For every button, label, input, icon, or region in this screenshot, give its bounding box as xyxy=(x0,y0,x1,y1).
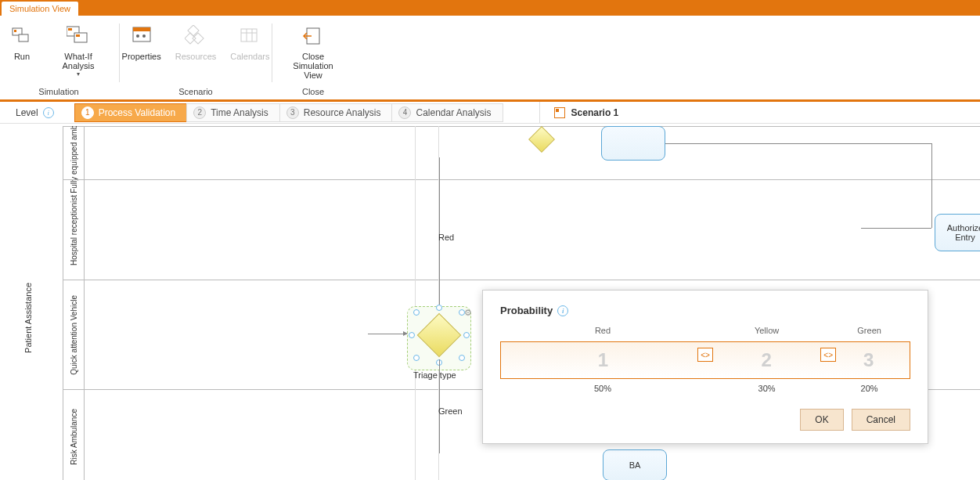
step-time-analysis[interactable]: 2 Time Analysis xyxy=(186,103,280,122)
svg-rect-14 xyxy=(241,29,257,42)
step-num: 3 xyxy=(286,106,299,119)
svg-rect-6 xyxy=(76,34,80,37)
lane-label-text: Risk Ambulance xyxy=(70,409,78,465)
ok-button[interactable]: OK xyxy=(800,409,843,431)
resize-handle[interactable] xyxy=(459,355,465,361)
group-title-close: Close xyxy=(302,87,324,96)
tab-simulation-view[interactable]: Simulation View xyxy=(2,2,78,16)
title-bar: Simulation View xyxy=(0,0,980,16)
flow-label-green: Green xyxy=(438,406,463,416)
scenario-label: Scenario 1 xyxy=(571,107,619,118)
scenario-selector[interactable]: Scenario 1 xyxy=(539,102,619,123)
svg-rect-2 xyxy=(14,30,16,32)
pool-label: Patient Assistance xyxy=(23,283,33,353)
info-icon[interactable]: i xyxy=(43,107,54,118)
slider-percent-green: 20% xyxy=(828,384,910,393)
slider-header-red: Red xyxy=(500,326,705,335)
close-simulation-button[interactable]: Close Simulation View xyxy=(277,20,349,91)
gear-icon[interactable]: ⚙ xyxy=(464,308,472,318)
svg-rect-4 xyxy=(74,33,87,42)
step-label: Resource Analysis xyxy=(304,107,381,118)
svg-rect-13 xyxy=(193,33,204,44)
grid-line xyxy=(415,126,416,480)
calendars-label: Calendars xyxy=(230,52,269,61)
svg-rect-11 xyxy=(188,25,199,36)
run-button[interactable]: Run xyxy=(3,20,41,88)
resources-icon xyxy=(183,23,208,49)
group-title-simulation: Simulation xyxy=(38,87,78,96)
level-bar: Level i 1 Process Validation 2 Time Anal… xyxy=(0,102,980,124)
cancel-button[interactable]: Cancel xyxy=(852,409,910,431)
info-icon[interactable]: i xyxy=(557,305,568,316)
group-title-scenario: Scenario xyxy=(178,87,212,96)
task-authorize-entry[interactable]: Authorize Entry xyxy=(935,214,980,251)
calendars-button: Calendars xyxy=(224,20,276,72)
whatif-icon xyxy=(66,23,91,49)
popup-title: Probability i xyxy=(500,305,910,316)
slider-percent-yellow: 30% xyxy=(705,384,828,393)
step-label: Calendar Analysis xyxy=(416,107,491,118)
task-box[interactable] xyxy=(601,126,665,161)
resize-handle[interactable] xyxy=(413,355,420,361)
close-sim-label: Close Simulation View xyxy=(283,52,343,80)
resources-label: Resources xyxy=(175,52,217,61)
resize-handle[interactable] xyxy=(413,309,420,316)
slider-percent-red: 50% xyxy=(500,384,705,393)
whatif-button[interactable]: What-If Analysis ▾ xyxy=(42,20,114,88)
lane-label-text: Hospital receptionist xyxy=(70,195,78,265)
step-num: 4 xyxy=(398,106,411,119)
svg-rect-1 xyxy=(19,34,28,42)
flow-label-red: Red xyxy=(438,233,454,242)
level-steps: 1 Process Validation 2 Time Analysis 3 R… xyxy=(74,103,503,122)
step-process-validation[interactable]: 1 Process Validation xyxy=(74,103,188,122)
slider-header-green: Green xyxy=(828,326,910,335)
resize-handle[interactable] xyxy=(459,309,465,316)
close-icon xyxy=(301,23,326,49)
slider-header-yellow: Yellow xyxy=(705,326,828,335)
svg-rect-8 xyxy=(133,27,150,31)
svg-rect-12 xyxy=(185,33,196,44)
svg-point-10 xyxy=(142,34,146,38)
whatif-label: What-If Analysis xyxy=(49,52,108,70)
step-calendar-analysis[interactable]: 4 Calendar Analysis xyxy=(391,103,503,122)
ribbon: Run What-If Analysis ▾ Simulation Proper… xyxy=(0,16,980,102)
resources-button: Resources xyxy=(169,20,223,72)
flow-line xyxy=(665,143,931,144)
slider-segment-yellow: 2 xyxy=(705,342,828,378)
gateway-label: Triage type xyxy=(413,370,456,380)
step-label: Process Validation xyxy=(99,107,176,118)
properties-icon xyxy=(129,23,154,49)
flow-line xyxy=(861,228,931,229)
flow-line xyxy=(931,143,932,228)
slider-segment-green: 3 xyxy=(828,342,910,378)
run-icon xyxy=(9,23,34,49)
step-label: Time Analysis xyxy=(211,107,268,118)
run-label: Run xyxy=(14,52,30,61)
flow-line xyxy=(439,157,440,305)
popup-title-text: Probability xyxy=(500,305,553,316)
step-num: 2 xyxy=(193,106,206,119)
probability-popup: Probability i Red Yellow Green 1 2 3 <> … xyxy=(482,290,928,444)
properties-label: Properties xyxy=(122,52,161,61)
scenario-icon xyxy=(554,107,565,118)
resize-handle[interactable] xyxy=(463,332,470,338)
lane-fully-equipped: Fully equipped ambu… xyxy=(63,126,980,179)
properties-button[interactable]: Properties xyxy=(116,20,168,72)
lane-hospital-receptionist: Hospital receptionist xyxy=(63,179,980,280)
slider-handle[interactable]: <> xyxy=(697,348,713,362)
svg-rect-5 xyxy=(68,28,72,31)
slider-handle[interactable]: <> xyxy=(820,348,836,362)
calendars-icon xyxy=(237,23,262,49)
task-ba[interactable]: BA xyxy=(603,449,667,480)
flow-arrow xyxy=(368,334,407,334)
slider-segment-red: 1 xyxy=(501,342,705,378)
lane-label-text: Quick attention Vehicle xyxy=(70,295,78,375)
step-resource-analysis[interactable]: 3 Resource Analysis xyxy=(279,103,393,122)
resize-handle[interactable] xyxy=(409,332,415,338)
step-num: 1 xyxy=(81,106,94,119)
dropdown-caret-icon: ▾ xyxy=(77,70,80,78)
level-label: Level xyxy=(16,107,38,118)
probability-slider[interactable]: Red Yellow Green 1 2 3 <> <> 50% 30% 20% xyxy=(500,326,910,385)
svg-point-9 xyxy=(136,34,139,38)
resize-handle[interactable] xyxy=(436,305,442,311)
